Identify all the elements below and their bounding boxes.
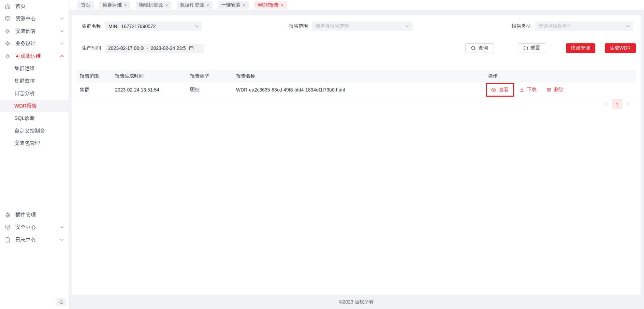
trash-icon (547, 87, 551, 92)
cell-report-scope: 集群 (76, 87, 112, 93)
cluster-name-select[interactable]: MINI_1677217690572 (105, 22, 202, 31)
reset-button[interactable]: 重置 (518, 43, 546, 53)
sidebar-bottom-group: 插件管理 安全中心 日志中心 (0, 209, 69, 246)
report-scope-placeholder: 请选择报告范围 (316, 23, 349, 29)
tab-label: WDR报告 (258, 2, 278, 8)
sidebar-item-custom-console[interactable]: 自定义控制台 (0, 125, 69, 137)
sidebar-item-cluster-ops[interactable]: 集群运维 (0, 62, 69, 75)
sidebar-item-security-center[interactable]: 安全中心 (0, 221, 69, 234)
sidebar-item-plugin-manage[interactable]: 插件管理 (0, 209, 69, 221)
tab-label: 集群运维 (103, 2, 122, 8)
view-action-link[interactable]: 查看 (491, 87, 509, 93)
home-icon (5, 3, 11, 9)
snapshot-manage-button-label: 快照管理 (571, 45, 590, 51)
gear-icon (5, 53, 11, 59)
snapshot-manage-button[interactable]: 快照管理 (566, 43, 595, 53)
generate-wdr-button-label: 生成WDR (610, 45, 631, 51)
page-number-button[interactable]: 1 (612, 99, 622, 109)
sidebar-item-log-center[interactable]: 日志中心 (0, 234, 69, 246)
sidebar: 首页 资源中心 安装部署 业务设计 (0, 0, 69, 309)
sidebar-item-cluster-monitor[interactable]: 集群监控 (0, 75, 69, 87)
next-page-button[interactable] (627, 102, 630, 106)
chevron-down-icon (60, 42, 64, 45)
search-icon (471, 46, 476, 51)
close-icon[interactable]: × (281, 3, 284, 8)
tab-home[interactable]: 首页 (77, 1, 94, 9)
sidebar-item-label: 日志分析 (14, 90, 35, 97)
annotation-highlight-box: 查看 (486, 83, 514, 97)
sidebar-item-label: 业务设计 (15, 40, 60, 47)
download-action-link[interactable]: 下载 (519, 87, 537, 93)
tab-cluster-ops[interactable]: 集群运维 × (99, 1, 130, 9)
report-type-label: 报告类型 (512, 23, 531, 29)
tab-physical-machine-resource[interactable]: 物理机资源 × (136, 1, 172, 9)
sidebar-item-log-analysis[interactable]: 日志分析 (0, 87, 69, 100)
tab-one-click-install[interactable]: 一键安装 × (218, 1, 249, 9)
delete-action-label: 删除 (554, 87, 564, 93)
tab-wdr-report[interactable]: WDR报告 × (254, 1, 287, 9)
shield-icon (5, 224, 11, 230)
sidebar-item-package-manage[interactable]: 安装包管理 (0, 137, 69, 150)
prev-page-button[interactable] (604, 102, 607, 106)
report-scope-label: 报告范围 (289, 23, 308, 29)
sidebar-item-home[interactable]: 首页 (0, 0, 69, 13)
column-header-actions: 操作 (485, 73, 636, 79)
wdr-report-panel: 集群名称 MINI_1677217690572 报告范围 请选择报告范围 报告类… (72, 15, 641, 295)
sidebar-item-label: 安装包管理 (14, 140, 40, 146)
tab-label: 首页 (81, 2, 90, 8)
sidebar-item-label: WDR报告 (14, 103, 37, 109)
sidebar-item-label: 自定义控制台 (14, 128, 45, 134)
sidebar-item-label: 资源中心 (15, 15, 60, 22)
delete-action-link[interactable]: 删除 (547, 87, 564, 93)
gear-icon (5, 41, 11, 46)
cell-report-type: 明细 (187, 87, 233, 93)
close-icon[interactable]: × (124, 3, 127, 8)
cluster-name-label: 集群名称 (82, 23, 101, 29)
report-type-placeholder: 请选择报告类型 (538, 23, 572, 29)
sidebar-item-business-design[interactable]: 业务设计 (0, 38, 69, 50)
sidebar-collapse-button[interactable] (56, 298, 66, 306)
report-type-select[interactable]: 请选择报告类型 (535, 22, 633, 31)
tab-label: 物理机资源 (139, 2, 163, 8)
column-header-report-type: 报告类型 (187, 73, 233, 79)
cell-report-name: WDR-ea2c3635-83cd-49f8-bfd4-1894df1f73b0… (233, 87, 485, 93)
sidebar-item-resource-center[interactable]: 资源中心 (0, 13, 69, 25)
chevron-up-icon (60, 55, 64, 57)
sidebar-item-label: 集群监控 (14, 78, 35, 84)
sidebar-item-label: 可观测运维 (15, 53, 60, 59)
download-action-label: 下载 (527, 87, 537, 93)
cell-actions: 查看 下载 (485, 83, 636, 97)
filter-row-2: 生产时间 2023-02-17 00:00 - 2023-02-24 23:59… (72, 43, 641, 53)
table-header-row: 报告范围 报告生成时间 报告类型 报告名称 操作 (76, 70, 636, 82)
reset-button-label: 重置 (531, 45, 540, 51)
cell-generated-time: 2023-02-24 13:51:54 (112, 87, 187, 93)
query-button[interactable]: 查询 (465, 43, 494, 53)
sidebar-item-label: 集群运维 (14, 65, 35, 72)
report-scope-select[interactable]: 请选择报告范围 (312, 22, 413, 31)
sidebar-item-sql-diagnosis[interactable]: SQL诊断 (0, 112, 69, 125)
production-time-range-input[interactable]: 2023-02-17 00:00 - 2023-02-24 23:59 (105, 44, 204, 53)
chevron-down-icon (626, 25, 630, 27)
query-button-label: 查询 (479, 45, 488, 51)
production-time-label: 生产时间 (82, 45, 101, 51)
cluster-name-filter: 集群名称 MINI_1677217690572 (82, 22, 202, 31)
chevron-down-icon (406, 25, 409, 27)
eye-icon (491, 88, 496, 92)
time-separator: - (146, 45, 148, 51)
table-row: 集群 2023-02-24 13:51:54 明细 WDR-ea2c3635-8… (76, 82, 636, 97)
close-icon[interactable]: × (243, 3, 246, 8)
generate-wdr-button[interactable]: 生成WDR (605, 43, 636, 53)
chevron-down-icon (60, 239, 64, 241)
view-action-label: 查看 (499, 87, 509, 93)
sidebar-item-wdr-report[interactable]: WDR报告 (0, 100, 69, 112)
column-header-report-name: 报告名称 (233, 73, 485, 79)
filter-row-1: 集群名称 MINI_1677217690572 报告范围 请选择报告范围 报告类… (72, 22, 641, 31)
close-icon[interactable]: × (165, 3, 168, 8)
sidebar-item-install-deploy[interactable]: 安装部署 (0, 25, 69, 38)
close-icon[interactable]: × (206, 3, 209, 8)
tab-database-resource[interactable]: 数据库资源 × (177, 1, 213, 9)
pagination: 1 (604, 99, 630, 109)
time-start-value: 2023-02-17 00:00 (108, 45, 144, 51)
copyright-text: ©2023 版权所有 (69, 299, 644, 305)
sidebar-item-observability-ops[interactable]: 可观测运维 (0, 50, 69, 62)
